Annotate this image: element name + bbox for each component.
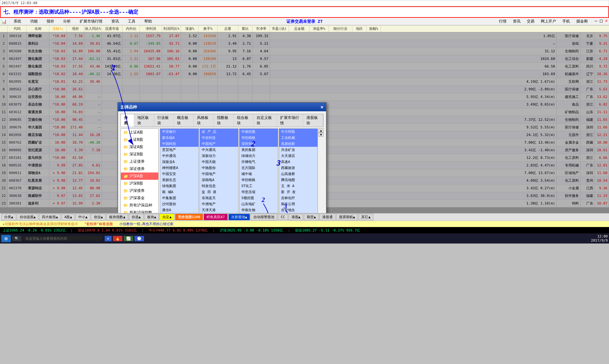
bottom-tab-18[interactable]: 股票期权▲	[336, 214, 358, 220]
col-spd[interactable]: 涨速%	[181, 25, 199, 32]
restore-btn[interactable]: □	[600, 18, 602, 25]
bottom-tab-5[interactable]: 创业▲	[91, 214, 106, 220]
stock-list-item[interactable]: 农 产 品	[200, 129, 238, 135]
stock-list-item[interactable]: 中驰股份	[200, 165, 238, 171]
menu-news[interactable]: 资讯	[109, 18, 121, 25]
stock-list-item[interactable]: 中国地产	[200, 141, 238, 147]
stock-list-item[interactable]: 中洲地产	[200, 201, 238, 207]
left-panel-item[interactable]: 📁 所有沪深指数	[121, 209, 158, 213]
menu-quotes[interactable]: 行情	[497, 18, 508, 25]
stock-list-item[interactable]: 中国宝安	[160, 171, 199, 177]
stock-list-item[interactable]: 深南电A	[200, 177, 238, 183]
stock-list-item[interactable]: 华意压缩	[239, 189, 278, 195]
stock-list-item[interactable]: 沙河股份	[160, 201, 199, 207]
taskbar-app-clock[interactable]: 🕐	[134, 236, 144, 241]
stock-list-item[interactable]: 高速A	[279, 159, 318, 165]
col-vr[interactable]: 量比	[238, 25, 252, 32]
col-total2[interactable]: 总金额	[289, 25, 310, 32]
col-pct[interactable]: 涨幅%↓	[49, 25, 67, 32]
left-panel-item[interactable]: 📁 上证B股	[121, 136, 158, 143]
modal-tab-9[interactable]: 港股板块	[303, 114, 323, 127]
left-panel-item[interactable]: 📁 深证B股	[121, 151, 158, 158]
left-panel-item[interactable]: 📁 沪深A股	[121, 172, 158, 180]
col-profit2[interactable]: 净益率%	[310, 25, 329, 32]
menu-tools[interactable]: 工具	[126, 18, 137, 25]
stock-list-item[interactable]: 东旭蓝天	[200, 195, 238, 201]
col-change[interactable]: 换手%	[199, 25, 218, 32]
col-code[interactable]: 代码	[8, 25, 27, 32]
left-panel-item[interactable]: 📁 沪深债券	[121, 187, 158, 194]
modal-tab-0[interactable]: 分类	[121, 114, 134, 127]
menu-info[interactable]: 资讯	[511, 18, 522, 25]
stock-list-item[interactable]: 贵贸地产	[160, 147, 199, 153]
stock-list-item[interactable]: 西藏旅游	[279, 165, 318, 171]
left-panel-item[interactable]: 📁 沪深基金	[121, 194, 158, 202]
stock-list-item[interactable]: 康佳A	[160, 207, 199, 213]
stock-list-item[interactable]: 兴业矿业	[279, 147, 318, 153]
bottom-tab-6[interactable]: 板块指数▲	[106, 214, 128, 220]
stock-list-item[interactable]: 深振动力	[200, 153, 238, 159]
modal-tab-3[interactable]: 概念板块	[174, 114, 194, 127]
bottom-tab-8[interactable]: 板块▲	[144, 214, 159, 220]
stock-list-panel-1[interactable]: 农 产 品中农科技中国地产中兴通讯深振动力中国天能中驰股份中国地产深南电A特发信…	[200, 128, 239, 213]
stock-list-item[interactable]: 南京公用	[279, 201, 318, 207]
scroll-btn[interactable]: ▼	[318, 133, 324, 137]
bottom-tab-1[interactable]: 自动选股▲	[17, 214, 39, 220]
col-netprofit[interactable]: 净利润	[140, 25, 162, 32]
stock-list-item[interactable]: 中兴通讯	[200, 147, 238, 153]
col-pe[interactable]: 市净率	[252, 25, 270, 32]
stock-list-item[interactable]: 华控精格	[239, 135, 278, 141]
stock-list-item[interactable]: 中国科技	[160, 141, 199, 147]
minimize-btn[interactable]: –	[595, 18, 597, 25]
col-rev[interactable]: 收入同比%	[84, 25, 102, 32]
left-panel[interactable]: 📁 上证A股📁 上证B股📁 深证A股📁 深证B股📁 上证债券📁 深证债券📁 沪深…	[121, 128, 159, 213]
menu-analysis[interactable]: 分析	[61, 18, 73, 25]
bottom-tab-7[interactable]: 自选▲	[129, 214, 144, 220]
bottom-tab-4[interactable]: 中小▲	[75, 214, 90, 220]
stock-list-item[interactable]: 吉林化纤	[279, 195, 318, 201]
col-profitpct[interactable]: 利润同比%	[162, 25, 181, 32]
left-panel-item[interactable]: 📁 上证A股	[121, 129, 158, 136]
stock-list-panel-3[interactable]: 中方阿股工业机械兆易创新兴业矿业大天酒店高速A西藏旅游山高速桥腾讯地图玉 米 A…	[279, 128, 318, 213]
left-panel-item[interactable]: 📁 深证A股	[121, 143, 158, 151]
stock-list-item[interactable]: 中农科技	[200, 135, 238, 141]
stock-list-item[interactable]: 大天酒店	[279, 153, 318, 159]
stock-list-item[interactable]: 中南控股	[239, 129, 278, 135]
left-panel-item[interactable]: 📁 上证债券	[121, 158, 158, 165]
col-mktcap[interactable]: 流通市值	[102, 25, 122, 32]
stock-list-item[interactable]: 特发信息	[200, 183, 238, 189]
bottom-tab-15[interactable]: 港股▲	[289, 214, 304, 220]
stock-list-item[interactable]: 深圳华强	[239, 141, 278, 147]
menu-help[interactable]: 帮助	[142, 18, 154, 25]
stock-list-item[interactable]: 华南生物	[239, 207, 278, 213]
modal-tab-2[interactable]: 行业板块	[154, 114, 174, 127]
stock-list-item[interactable]: 城中城	[239, 171, 278, 177]
bottom-tab-11[interactable]: 鳄鱼真阳A7	[204, 214, 227, 220]
stock-list-item[interactable]: 家乐福A	[160, 135, 199, 141]
taskbar-app-fire[interactable]: 🔥	[113, 236, 122, 241]
stock-list-item[interactable]: S赣控股	[239, 195, 278, 201]
menu-open-account[interactable]: 网上开户	[539, 18, 558, 25]
stock-list-item[interactable]: 中国地产	[200, 171, 238, 177]
stock-list-item[interactable]: 北方国际	[239, 165, 278, 171]
stock-list-item[interactable]: 山高速桥	[279, 171, 318, 177]
col-total[interactable]: 总量	[218, 25, 238, 32]
stock-list-item[interactable]: ST化工	[239, 183, 278, 189]
menu-func[interactable]: 功能	[28, 18, 40, 25]
stock-list-item[interactable]: 绿地集团	[160, 183, 199, 189]
left-panel-item[interactable]: 📁 沪深B股	[121, 180, 158, 187]
taskbar-app-ie[interactable]: e	[105, 236, 112, 241]
bottom-tab-19[interactable]: 其它▲	[358, 214, 373, 220]
taskbar-app-stock[interactable]: 📈	[124, 236, 133, 241]
modal-tab-1[interactable]: 地区板块	[134, 114, 154, 127]
left-panel-item[interactable]: 📁 所有沪深品种	[121, 202, 158, 209]
modal-close-btn[interactable]: ×	[320, 104, 324, 110]
col-ampli[interactable]: 振幅%	[367, 25, 381, 32]
stock-list-item[interactable]: 腾讯地图	[279, 177, 318, 183]
stock-list-panel-0[interactable]: 平安银行家乐福A中国科技贵贸地产中外通讯深振业A神州稽查A中国宝安美丽生态绿地集…	[160, 128, 199, 213]
scroll-btn[interactable]: ▲	[318, 128, 324, 133]
col-name[interactable]: 名称	[27, 25, 49, 32]
bottom-tab-3[interactable]: A股▲	[62, 214, 75, 220]
menu-gold[interactable]: 掘金阁	[574, 18, 590, 25]
bottom-tab-17[interactable]: 港股通	[319, 214, 336, 220]
